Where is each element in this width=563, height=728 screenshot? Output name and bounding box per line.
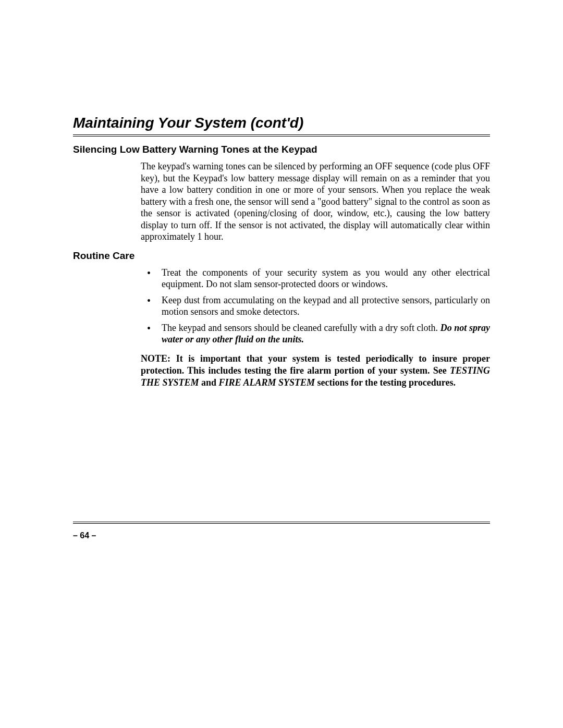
note-b: sections for the testing procedures. — [315, 377, 456, 388]
para-part-b: , but the Keypad's low battery message d… — [141, 173, 490, 242]
list-item: The keypad and sensors should be cleaned… — [162, 322, 490, 346]
footer-rule — [73, 522, 490, 524]
bullet-3-text: The keypad and sensors should be cleaned… — [162, 323, 438, 333]
section-heading-silencing: Silencing Low Battery Warning Tones at t… — [73, 144, 490, 155]
silencing-paragraph: The keypad's warning tones can be silenc… — [141, 161, 490, 243]
page-title: Maintaining Your System (cont'd) — [73, 115, 490, 137]
document-page: Maintaining Your System (cont'd) Silenci… — [0, 0, 563, 728]
list-item: Treat the components of your security sy… — [162, 267, 490, 290]
note-ref-fire: FIRE ALARM SYSTEM — [219, 377, 315, 388]
section-heading-routine-care: Routine Care — [73, 250, 490, 262]
list-item: Keep dust from accumulating on the keypa… — [162, 294, 490, 318]
note-mid: and — [199, 377, 219, 388]
note-paragraph: NOTE: It is important that your system i… — [141, 353, 490, 389]
routine-care-list: Treat the components of your security sy… — [141, 267, 490, 346]
note-a: NOTE: It is important that your system i… — [141, 353, 490, 376]
page-number: – 64 – — [73, 531, 96, 540]
